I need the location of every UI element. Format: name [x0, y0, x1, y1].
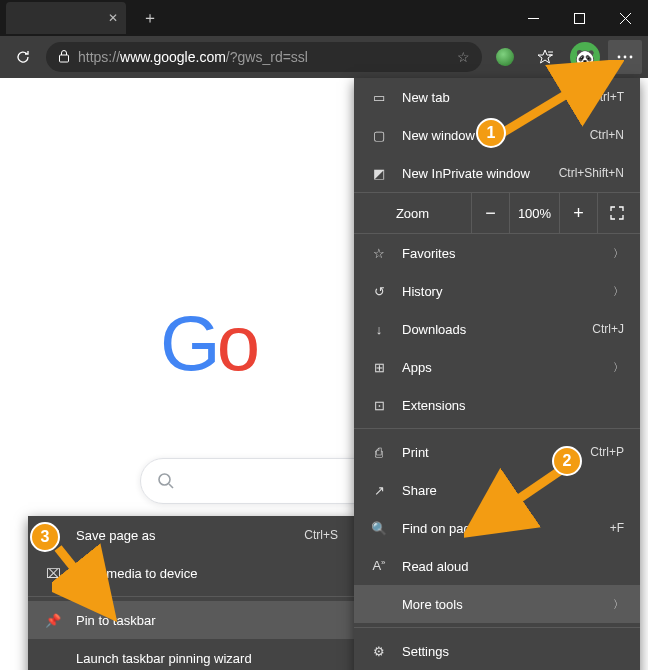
maximize-button[interactable]: [556, 0, 602, 36]
svg-point-7: [630, 56, 633, 59]
separator: [354, 627, 640, 628]
share-icon: ↗: [370, 483, 388, 498]
submenu-save-as[interactable]: 🖫Save page asCtrl+S: [28, 516, 354, 554]
svg-rect-1: [574, 13, 584, 23]
menu-find[interactable]: 🔍Find on page+F: [354, 509, 640, 547]
browser-tab[interactable]: ✕: [6, 2, 126, 34]
separator: [28, 596, 354, 597]
chevron-right-icon: 〉: [613, 284, 624, 299]
zoom-row: Zoom − 100% +: [354, 192, 640, 234]
menu-share[interactable]: ↗Share: [354, 471, 640, 509]
zoom-out-button[interactable]: −: [472, 193, 510, 233]
menu-print[interactable]: ⎙PrintCtrl+P: [354, 433, 640, 471]
menu-history[interactable]: ↺History〉: [354, 272, 640, 310]
menu-favorites[interactable]: ☆Favorites〉: [354, 234, 640, 272]
submenu-cast[interactable]: ⌧Cast media to device: [28, 554, 354, 592]
history-icon: ↺: [370, 284, 388, 299]
menu-more-tools[interactable]: More tools〉: [354, 585, 640, 623]
star-icon: ☆: [370, 246, 388, 261]
pin-icon: 📌: [44, 613, 62, 628]
favorites-icon[interactable]: [528, 40, 562, 74]
toolbar: https://www.google.com/?gws_rd=ssl ☆ 🐼: [0, 36, 648, 78]
apps-icon: ⊞: [370, 360, 388, 375]
menu-extensions[interactable]: ⊡Extensions: [354, 386, 640, 424]
zoom-label: Zoom: [354, 193, 472, 233]
svg-point-8: [159, 474, 170, 485]
zoom-value: 100%: [510, 193, 560, 233]
separator: [354, 428, 640, 429]
read-aloud-icon: A»: [370, 558, 388, 573]
cast-icon: ⌧: [44, 566, 62, 581]
submenu-pin-taskbar[interactable]: 📌Pin to taskbar: [28, 601, 354, 639]
google-logo: Go: [160, 298, 256, 389]
close-button[interactable]: [602, 0, 648, 36]
minimize-button[interactable]: [510, 0, 556, 36]
new-tab-button[interactable]: ＋: [136, 8, 164, 29]
address-bar[interactable]: https://www.google.com/?gws_rd=ssl ☆: [46, 42, 482, 72]
gear-icon: ⚙: [370, 644, 388, 659]
menu-read-aloud[interactable]: A»Read aloud: [354, 547, 640, 585]
lock-icon: [58, 49, 70, 66]
svg-point-5: [618, 56, 621, 59]
menu-apps[interactable]: ⊞Apps〉: [354, 348, 640, 386]
annotation-badge-2: 2: [552, 446, 582, 476]
print-icon: ⎙: [370, 445, 388, 460]
svg-rect-2: [60, 55, 69, 62]
extensions-icon: ⊡: [370, 398, 388, 413]
menu-downloads[interactable]: ↓DownloadsCtrl+J: [354, 310, 640, 348]
main-menu: ▭New tabCtrl+T ▢New windowCtrl+N ◩New In…: [354, 78, 640, 670]
find-icon: 🔍: [370, 521, 388, 536]
submenu-pin-wizard[interactable]: Launch taskbar pinning wizard: [28, 639, 354, 670]
menu-settings[interactable]: ⚙Settings: [354, 632, 640, 670]
menu-new-tab[interactable]: ▭New tabCtrl+T: [354, 78, 640, 116]
download-icon: ↓: [370, 322, 388, 337]
search-icon: [157, 472, 175, 490]
chevron-right-icon: 〉: [613, 597, 624, 612]
close-tab-icon[interactable]: ✕: [108, 11, 118, 25]
svg-line-9: [169, 484, 173, 488]
window-controls: [510, 0, 648, 36]
more-tools-submenu: 🖫Save page asCtrl+S ⌧Cast media to devic…: [28, 516, 354, 670]
window-icon: ▢: [370, 128, 388, 143]
url-text: https://www.google.com/?gws_rd=ssl: [78, 49, 308, 65]
star-outline-icon[interactable]: ☆: [457, 49, 470, 65]
chevron-right-icon: 〉: [613, 360, 624, 375]
inprivate-icon: ◩: [370, 166, 388, 181]
annotation-badge-1: 1: [476, 118, 506, 148]
svg-rect-0: [528, 18, 539, 19]
svg-point-6: [624, 56, 627, 59]
more-menu-button[interactable]: [608, 40, 642, 74]
zoom-in-button[interactable]: +: [560, 193, 598, 233]
new-tab-icon: ▭: [370, 90, 388, 105]
annotation-badge-3: 3: [30, 522, 60, 552]
profile-avatar[interactable]: 🐼: [568, 40, 602, 74]
fullscreen-button[interactable]: [598, 193, 636, 233]
chevron-right-icon: 〉: [613, 246, 624, 261]
menu-new-inprivate[interactable]: ◩New InPrivate windowCtrl+Shift+N: [354, 154, 640, 192]
titlebar: ✕ ＋: [0, 0, 648, 36]
refresh-button[interactable]: [6, 40, 40, 74]
extension-icon[interactable]: [488, 40, 522, 74]
